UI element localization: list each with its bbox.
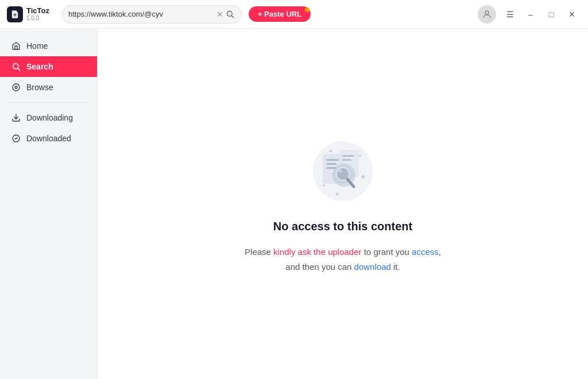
sidebar-item-home[interactable]: Home [0,36,97,56]
app-name-block: TicToz 1.0.0 [26,6,49,22]
paste-url-button[interactable]: + Paste URL [249,6,311,22]
app-title: TicToz [26,6,49,16]
svg-point-21 [338,169,342,173]
downloading-icon [11,113,21,122]
url-clear-button[interactable]: ✕ [215,10,225,19]
svg-point-23 [330,150,332,153]
svg-point-25 [361,175,365,179]
svg-point-2 [485,11,489,14]
home-icon [11,41,21,51]
empty-state-title: No access to this content [273,220,412,233]
empty-illustration [305,134,380,208]
minimize-button[interactable]: – [521,5,540,24]
sidebar-item-downloading[interactable]: Downloading [0,107,97,128]
sidebar-item-browse[interactable]: Browse [0,77,97,98]
svg-point-5 [13,84,20,91]
downloaded-icon [11,134,21,143]
main-layout: Home Search Browse [0,29,588,379]
sidebar-item-downloaded[interactable]: Downloaded [0,128,97,149]
titlebar: TicToz 1.0.0 ✕ + Paste URL ☰ – □ ✕ [0,0,588,29]
maximize-button[interactable]: □ [542,5,560,24]
svg-point-26 [323,184,325,187]
search-icon [11,62,21,71]
sidebar-item-search-label: Search [26,62,53,71]
svg-line-1 [231,16,233,17]
empty-state: No access to this content Please kindly … [245,134,441,274]
svg-rect-16 [342,159,351,161]
menu-button[interactable]: ☰ [501,5,519,24]
svg-line-4 [18,68,20,71]
window-controls: ☰ – □ ✕ [501,5,581,24]
sidebar-item-home-label: Home [26,41,48,51]
svg-rect-11 [326,159,339,161]
svg-rect-12 [326,163,336,165]
app-logo-icon [7,6,23,22]
paste-url-label: + Paste URL [258,10,301,18]
avatar-button[interactable] [478,5,496,24]
url-bar: ✕ [62,5,242,24]
url-input[interactable] [68,10,215,18]
app-version: 1.0.0 [26,15,49,22]
sidebar-item-downloaded-label: Downloaded [26,134,71,143]
svg-rect-15 [342,155,354,157]
sidebar: Home Search Browse [0,29,98,379]
app-logo: TicToz 1.0.0 [7,6,53,22]
sidebar-item-downloading-label: Downloading [26,113,73,122]
svg-point-27 [336,193,339,196]
svg-point-6 [15,86,17,88]
desc-highlight-kindly: kindly ask the uploader [273,247,361,257]
url-search-button[interactable] [225,10,235,18]
browse-icon [11,83,21,92]
desc-highlight-download: download [354,262,391,272]
sidebar-item-search[interactable]: Search [0,56,97,77]
svg-point-24 [359,154,361,157]
desc-highlight-access: access [412,247,439,257]
main-content: No access to this content Please kindly … [98,29,588,379]
paste-url-dot [305,7,310,12]
close-button[interactable]: ✕ [563,5,581,24]
sidebar-item-browse-label: Browse [26,83,53,92]
sidebar-divider [9,102,88,103]
empty-state-description: Please kindly ask the uploader to grant … [245,245,441,274]
